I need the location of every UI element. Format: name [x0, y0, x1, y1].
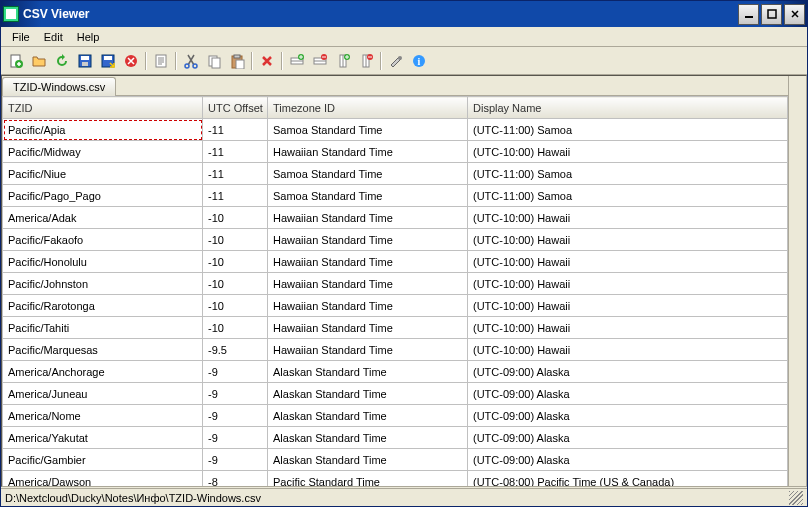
table-cell[interactable]: -9: [203, 405, 268, 427]
save-as-button[interactable]: [97, 50, 119, 72]
table-cell[interactable]: Hawaiian Standard Time: [268, 273, 468, 295]
row-delete-button[interactable]: [309, 50, 331, 72]
table-cell[interactable]: -9: [203, 361, 268, 383]
table-cell[interactable]: (UTC-10:00) Hawaii: [468, 229, 788, 251]
table-cell[interactable]: America/Anchorage: [3, 361, 203, 383]
table-cell[interactable]: (UTC-09:00) Alaska: [468, 405, 788, 427]
table-cell[interactable]: Pacific/Marquesas: [3, 339, 203, 361]
table-cell[interactable]: -9: [203, 449, 268, 471]
table-cell[interactable]: -10: [203, 317, 268, 339]
table-cell[interactable]: (UTC-11:00) Samoa: [468, 119, 788, 141]
copy-button[interactable]: [203, 50, 225, 72]
table-cell[interactable]: (UTC-10:00) Hawaii: [468, 141, 788, 163]
vertical-scrollbar[interactable]: [788, 76, 806, 486]
table-row[interactable]: America/Juneau-9Alaskan Standard Time(UT…: [3, 383, 788, 405]
column-header[interactable]: UTC Offset: [203, 97, 268, 119]
table-row[interactable]: America/Nome-9Alaskan Standard Time(UTC-…: [3, 405, 788, 427]
table-cell[interactable]: (UTC-10:00) Hawaii: [468, 273, 788, 295]
resize-grip-icon[interactable]: [789, 491, 803, 505]
table-cell[interactable]: (UTC-10:00) Hawaii: [468, 251, 788, 273]
new-file-button[interactable]: [5, 50, 27, 72]
close-button[interactable]: [784, 4, 805, 25]
table-cell[interactable]: Pacific/Gambier: [3, 449, 203, 471]
table-cell[interactable]: Samoa Standard Time: [268, 119, 468, 141]
table-cell[interactable]: (UTC-10:00) Hawaii: [468, 317, 788, 339]
open-file-button[interactable]: [28, 50, 50, 72]
table-row[interactable]: Pacific/Fakaofo-10Hawaiian Standard Time…: [3, 229, 788, 251]
table-cell[interactable]: Hawaiian Standard Time: [268, 251, 468, 273]
table-cell[interactable]: -10: [203, 273, 268, 295]
table-cell[interactable]: Hawaiian Standard Time: [268, 295, 468, 317]
table-cell[interactable]: -9.5: [203, 339, 268, 361]
table-row[interactable]: Pacific/Tahiti-10Hawaiian Standard Time(…: [3, 317, 788, 339]
table-cell[interactable]: (UTC-11:00) Samoa: [468, 163, 788, 185]
table-cell[interactable]: -11: [203, 163, 268, 185]
menu-help[interactable]: Help: [70, 29, 107, 45]
table-cell[interactable]: Alaskan Standard Time: [268, 449, 468, 471]
table-row[interactable]: Pacific/Rarotonga-10Hawaiian Standard Ti…: [3, 295, 788, 317]
table-row[interactable]: America/Adak-10Hawaiian Standard Time(UT…: [3, 207, 788, 229]
table-cell[interactable]: (UTC-10:00) Hawaii: [468, 207, 788, 229]
col-delete-button[interactable]: [355, 50, 377, 72]
table-cell[interactable]: Pacific/Fakaofo: [3, 229, 203, 251]
table-cell[interactable]: Pacific/Midway: [3, 141, 203, 163]
table-cell[interactable]: America/Yakutat: [3, 427, 203, 449]
table-row[interactable]: Pacific/Johnston-10Hawaiian Standard Tim…: [3, 273, 788, 295]
save-button[interactable]: [74, 50, 96, 72]
table-cell[interactable]: America/Adak: [3, 207, 203, 229]
settings-button[interactable]: [385, 50, 407, 72]
table-cell[interactable]: -11: [203, 141, 268, 163]
table-row[interactable]: America/Anchorage-9Alaskan Standard Time…: [3, 361, 788, 383]
table-cell[interactable]: America/Nome: [3, 405, 203, 427]
table-cell[interactable]: Hawaiian Standard Time: [268, 339, 468, 361]
table-cell[interactable]: America/Dawson: [3, 471, 203, 487]
table-cell[interactable]: Pacific/Tahiti: [3, 317, 203, 339]
table-cell[interactable]: Hawaiian Standard Time: [268, 141, 468, 163]
table-cell[interactable]: Pacific/Pago_Pago: [3, 185, 203, 207]
table-cell[interactable]: -10: [203, 295, 268, 317]
table-cell[interactable]: Pacific/Honolulu: [3, 251, 203, 273]
table-cell[interactable]: (UTC-09:00) Alaska: [468, 427, 788, 449]
menu-edit[interactable]: Edit: [37, 29, 70, 45]
table-row[interactable]: Pacific/Marquesas-9.5Hawaiian Standard T…: [3, 339, 788, 361]
table-cell[interactable]: Alaskan Standard Time: [268, 361, 468, 383]
table-cell[interactable]: Samoa Standard Time: [268, 163, 468, 185]
table-cell[interactable]: Alaskan Standard Time: [268, 405, 468, 427]
table-cell[interactable]: Hawaiian Standard Time: [268, 229, 468, 251]
paste-button[interactable]: [226, 50, 248, 72]
column-header[interactable]: Timezone ID: [268, 97, 468, 119]
info-button[interactable]: i: [408, 50, 430, 72]
table-cell[interactable]: Pacific/Johnston: [3, 273, 203, 295]
table-cell[interactable]: Pacific/Rarotonga: [3, 295, 203, 317]
table-cell[interactable]: Hawaiian Standard Time: [268, 317, 468, 339]
table-cell[interactable]: (UTC-09:00) Alaska: [468, 361, 788, 383]
table-cell[interactable]: Pacific Standard Time: [268, 471, 468, 487]
close-button[interactable]: [120, 50, 142, 72]
table-cell[interactable]: Alaskan Standard Time: [268, 427, 468, 449]
file-tab[interactable]: TZID-Windows.csv: [2, 77, 116, 96]
table-cell[interactable]: -9: [203, 427, 268, 449]
table-cell[interactable]: -8: [203, 471, 268, 487]
table-cell[interactable]: -10: [203, 207, 268, 229]
table-cell[interactable]: (UTC-09:00) Alaska: [468, 383, 788, 405]
grid-scroll[interactable]: TZIDUTC OffsetTimezone IDDisplay Name Pa…: [2, 96, 788, 486]
table-cell[interactable]: (UTC-10:00) Hawaii: [468, 339, 788, 361]
table-cell[interactable]: (UTC-08:00) Pacific Time (US & Canada): [468, 471, 788, 487]
table-row[interactable]: Pacific/Midway-11Hawaiian Standard Time(…: [3, 141, 788, 163]
table-cell[interactable]: -10: [203, 251, 268, 273]
table-cell[interactable]: Samoa Standard Time: [268, 185, 468, 207]
table-cell[interactable]: (UTC-10:00) Hawaii: [468, 295, 788, 317]
col-insert-button[interactable]: [332, 50, 354, 72]
row-insert-button[interactable]: [286, 50, 308, 72]
table-cell[interactable]: Hawaiian Standard Time: [268, 207, 468, 229]
table-cell[interactable]: -11: [203, 119, 268, 141]
table-row[interactable]: Pacific/Niue-11Samoa Standard Time(UTC-1…: [3, 163, 788, 185]
cut-button[interactable]: [180, 50, 202, 72]
table-cell[interactable]: -10: [203, 229, 268, 251]
column-header[interactable]: Display Name: [468, 97, 788, 119]
table-row[interactable]: Pacific/Honolulu-10Hawaiian Standard Tim…: [3, 251, 788, 273]
table-cell[interactable]: (UTC-09:00) Alaska: [468, 449, 788, 471]
table-cell[interactable]: -9: [203, 383, 268, 405]
delete-button[interactable]: [256, 50, 278, 72]
table-cell[interactable]: Alaskan Standard Time: [268, 383, 468, 405]
